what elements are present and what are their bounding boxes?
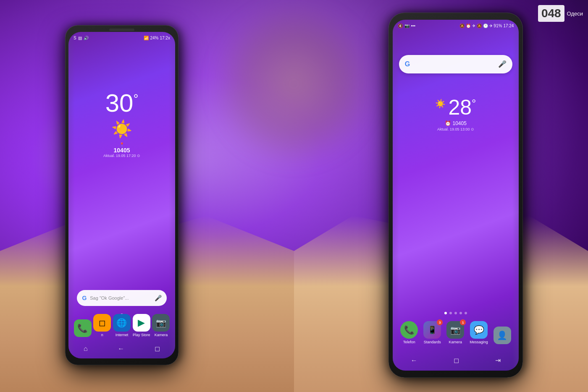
status-left-right-phone: 🔇 📷 ••• — [398, 24, 416, 28]
google-placeholder-left: Sag "Ok Google"... — [90, 295, 151, 301]
sun-icon-right: ☀️ — [435, 99, 446, 109]
app-playstore-left[interactable]: ▶ Play Store — [133, 314, 150, 337]
kamera-right-label: Kamera — [449, 340, 462, 344]
wifi-icon: 📶 — [144, 36, 149, 40]
playstore-app-label: Play Store — [133, 333, 150, 337]
mic-icon-left: 🎤 — [155, 295, 162, 301]
weather-temp-row: ☀️ 28° — [435, 97, 476, 118]
status-left-icons: S ▤ 🔊 — [74, 36, 89, 40]
camera-app-icon: 📷 — [152, 314, 170, 332]
location-pin-left: 📍 — [103, 142, 140, 147]
dot-5 — [465, 312, 467, 314]
standards-icon: 📱 3 — [423, 321, 441, 339]
person-background — [210, 0, 378, 168]
status-silent: 🔕 — [459, 24, 465, 28]
mic-icon-right: 🎤 — [498, 60, 507, 68]
watermark-city: Одеси — [567, 10, 583, 17]
sun-icon-left: ☀️ — [103, 119, 140, 139]
nav-recent-right[interactable]: ◻ — [454, 356, 459, 364]
app-messaging[interactable]: 💬 Messaging — [470, 321, 488, 344]
samsung-app-label: n — [101, 333, 103, 337]
battery-left: 24% — [150, 36, 158, 40]
phone-right-body: 🔇 📷 ••• 🔕 ⏰ ✈ 🔕 🕐 ✈ 91% 17:24 — [388, 13, 523, 378]
phone-left-screen[interactable]: S ▤ 🔊 📶 24% 17:2x 30° ☀️ — [68, 32, 175, 358]
contacts-icon: 👤 — [494, 327, 511, 344]
nav-home-right[interactable]: ⇥ — [495, 356, 501, 364]
screen-curve-left-r — [393, 20, 399, 370]
app-dock-right: 📞 Telefon 📱 3 Standards 📷 1 — [398, 321, 514, 346]
nav-recent[interactable]: ◻ — [155, 345, 160, 353]
update-left: Aktual. 19.05 17:20 ⊙ — [103, 154, 140, 158]
app-samsung-left[interactable]: ◻ n — [93, 314, 111, 337]
status-dots: ••• — [411, 24, 416, 28]
app-phone-left[interactable]: 📞 — [74, 319, 92, 337]
time-right: 17:24 — [503, 24, 514, 28]
screen-curve-right — [169, 32, 175, 358]
status-right-info: 📶 24% 17:2x — [144, 36, 170, 40]
phone-app-icon: 📞 — [74, 319, 92, 337]
watermark: 048 Одеси — [538, 5, 583, 22]
app-internet-left[interactable]: 🌐 Internet — [113, 314, 131, 337]
status-bar-left: S ▤ 🔊 📶 24% 17:2x — [68, 32, 175, 44]
speaker-bar — [109, 29, 134, 31]
dot-active — [444, 312, 447, 314]
update-right: Aktual. 19.05 13:00 ⊙ — [435, 127, 476, 131]
nav-back[interactable]: ← — [118, 345, 124, 353]
battery-right: 🔕 🕐 ✈ 91% — [477, 24, 502, 28]
weather-widget-left: 30° ☀️ 📍 10405 Aktual. 19.05 17:20 ⊙ — [103, 91, 140, 158]
location-left: 10405 — [103, 147, 140, 154]
dot-3 — [454, 312, 457, 314]
status-bar-right: 🔇 📷 ••• 🔕 ⏰ ✈ 🔕 🕐 ✈ 91% 17:24 — [393, 20, 519, 31]
phone-right: 🔇 📷 ••• 🔕 ⏰ ✈ 🔕 🕐 ✈ 91% 17:24 — [388, 13, 523, 378]
time-left: 17:2x — [160, 36, 170, 40]
google-logo-left: G — [82, 295, 87, 301]
status-right-right-phone: 🔕 ⏰ ✈ 🔕 🕐 ✈ 91% 17:24 — [459, 24, 514, 28]
phone-left: S ▤ 🔊 📶 24% 17:2x 30° ☀️ — [65, 25, 178, 365]
samsung-app-icon: ◻ — [93, 314, 111, 332]
phone-left-body: S ▤ 🔊 📶 24% 17:2x 30° ☀️ — [65, 25, 178, 365]
temperature-left: 30° — [103, 91, 140, 116]
phone-right-screen[interactable]: 🔇 📷 ••• 🔕 ⏰ ✈ 🔕 🕐 ✈ 91% 17:24 — [393, 20, 519, 370]
dot-2 — [449, 312, 452, 314]
screen-curve-right-r — [512, 20, 519, 370]
nav-bar-left: ⌂ ← ◻ — [68, 342, 175, 355]
g-letter-right: G — [405, 60, 410, 68]
app-telefon[interactable]: 📞 Telefon — [400, 321, 418, 344]
nav-home[interactable]: ⌂ — [84, 345, 88, 353]
status-mute-icon: 🔇 — [398, 24, 403, 28]
telefon-label: Telefon — [403, 340, 415, 344]
app-camera-left[interactable]: 📷 Kamera — [152, 314, 170, 337]
page-dots-right — [444, 312, 467, 314]
playstore-app-icon: ▶ — [133, 314, 150, 332]
dot-4 — [459, 312, 462, 314]
status-sound-icon: 🔊 — [84, 36, 89, 40]
app-kamera-right[interactable]: 📷 1 Kamera — [446, 321, 464, 344]
status-samsung-icon: S — [74, 36, 76, 40]
app-contacts[interactable]: 👤 — [494, 327, 511, 344]
weather-widget-right: ☀️ 28° ⏰ 10405 Aktual. 19.05 13:00 ⊙ — [435, 97, 476, 131]
main-scene: 048 Одеси S ▤ 🔊 — [0, 0, 588, 392]
status-alarm: ⏰ — [466, 24, 471, 28]
temperature-right: 28° — [448, 97, 476, 118]
google-bar-right-top[interactable]: G 🎤 — [399, 55, 513, 73]
internet-app-label: Internet — [116, 333, 129, 337]
app-standards[interactable]: 📱 3 Standards — [423, 321, 441, 344]
nav-back-right[interactable]: ← — [411, 357, 417, 364]
internet-app-icon: 🌐 — [113, 314, 131, 332]
standards-label: Standards — [424, 340, 441, 344]
messaging-label: Messaging — [470, 340, 488, 344]
google-logo-right: G — [405, 60, 410, 68]
screen-curve-left — [68, 32, 75, 358]
status-cam-icon: 📷 — [404, 24, 410, 28]
standards-badge: 3 — [437, 319, 443, 325]
status-notif-icon: ▤ — [78, 36, 82, 40]
google-bar-left[interactable]: G Sag "Ok Google"... 🎤 — [77, 290, 166, 306]
g-letter: G — [82, 295, 87, 301]
camera-app-label: Kamera — [155, 333, 168, 337]
nav-bar-right: ← ◻ ⇥ — [393, 354, 519, 367]
status-airplane: ✈ — [472, 24, 475, 28]
app-dock-left: 📞 ◻ n 🌐 Internet ▶ Play Store — [73, 314, 171, 339]
watermark-number: 048 — [538, 5, 564, 22]
kamera-badge: 1 — [460, 319, 466, 325]
messaging-icon: 💬 — [470, 321, 488, 339]
